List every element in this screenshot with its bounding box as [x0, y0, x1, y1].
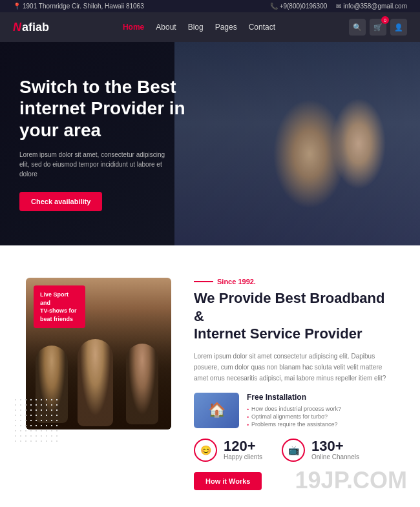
about-section: Live Sport and TV-shows for beat friends… — [0, 245, 420, 507]
happy-clients-number: 120+ — [224, 439, 262, 453]
stat-online-channels: 📺 130+ Online Channels — [282, 439, 359, 462]
location-icon: 📍 — [13, 3, 21, 10]
about-description: Lorem ipsum dolor sit amet consectetur a… — [194, 351, 394, 384]
email-icon: ✉ — [336, 3, 341, 10]
cart-badge: 0 — [381, 16, 389, 24]
about-title: We Provide Best Broadband & Internet Ser… — [194, 289, 394, 343]
how-it-works-button[interactable]: How it Works — [194, 472, 262, 490]
online-channels-icon: 📺 — [282, 439, 305, 462]
since-line — [194, 281, 213, 282]
free-installation: 🏠 Free Installation How does industrial … — [194, 393, 394, 428]
email-info: ✉ info@358@gmail.com — [336, 3, 407, 10]
image-tag: Live Sport and TV-shows for beat friends — [34, 285, 85, 328]
free-install-title: Free Installation — [247, 393, 341, 402]
phone-info: 📞 +9(800)0196300 — [270, 3, 328, 10]
about-image-wrapper: Live Sport and TV-shows for beat friends — [26, 278, 174, 429]
nav-contact[interactable]: Contact — [249, 23, 275, 32]
stat-happy-clients-text: 120+ Happy clients — [224, 439, 262, 460]
hero-description: Lorem ipsum dolor sit amet, consectetur … — [19, 150, 168, 179]
search-button[interactable]: 🔍 — [349, 19, 366, 36]
decorative-dots — [13, 397, 58, 442]
nav-about[interactable]: About — [156, 23, 176, 32]
free-install-item-3: Problems require the assistance? — [247, 420, 341, 428]
stat-happy-clients: 😊 120+ Happy clients — [194, 439, 262, 462]
logo[interactable]: N afiab — [13, 21, 49, 34]
hero-content: Switch to the Best internet Provider in … — [0, 76, 220, 212]
nav-pages[interactable]: Pages — [215, 23, 237, 32]
nav-icons: 🔍 🛒 0 👤 — [349, 19, 407, 36]
logo-text: afiab — [22, 21, 49, 34]
nav-home[interactable]: Home — [123, 23, 144, 32]
online-channels-label: Online Channels — [311, 453, 359, 460]
navbar: N afiab Home About Blog Pages Contact 🔍 … — [0, 12, 420, 42]
nav-blog[interactable]: Blog — [188, 23, 204, 32]
online-channels-number: 130+ — [311, 439, 359, 453]
nav-links: Home About Blog Pages Contact — [123, 23, 275, 32]
free-install-text: Free Installation How does industrial pr… — [247, 393, 341, 428]
hero-title: Switch to the Best internet Provider in … — [19, 76, 200, 141]
top-bar: 📍 1901 Thornridge Cir. Shiloh, Hawaii 81… — [0, 0, 420, 12]
happy-clients-icon: 😊 — [194, 439, 217, 462]
stats-row: 😊 120+ Happy clients 📺 130+ Online Chann… — [194, 439, 394, 462]
hero-section: Switch to the Best internet Provider in … — [0, 42, 420, 245]
stat-online-channels-text: 130+ Online Channels — [311, 439, 359, 460]
address-info: 📍 1901 Thornridge Cir. Shiloh, Hawaii 81… — [13, 3, 144, 10]
user-button[interactable]: 👤 — [390, 19, 407, 36]
logo-letter: N — [13, 21, 21, 34]
hero-cta-button[interactable]: Check availability — [19, 192, 102, 211]
free-install-image: 🏠 — [194, 393, 239, 428]
about-content: Since 1992. We Provide Best Broadband & … — [194, 278, 394, 490]
free-install-item-2: Optimal alignments for turbo? — [247, 413, 341, 420]
cart-button[interactable]: 🛒 0 — [370, 19, 386, 36]
free-install-item-1: How does industrial process work? — [247, 405, 341, 413]
phone-icon: 📞 — [270, 3, 278, 10]
since-label: Since 1992. — [194, 278, 394, 285]
free-install-list: How does industrial process work? Optima… — [247, 405, 341, 428]
top-bar-left: 📍 1901 Thornridge Cir. Shiloh, Hawaii 81… — [13, 3, 144, 10]
happy-clients-label: Happy clients — [224, 453, 262, 460]
top-bar-right: 📞 +9(800)0196300 ✉ info@358@gmail.com — [270, 3, 407, 10]
